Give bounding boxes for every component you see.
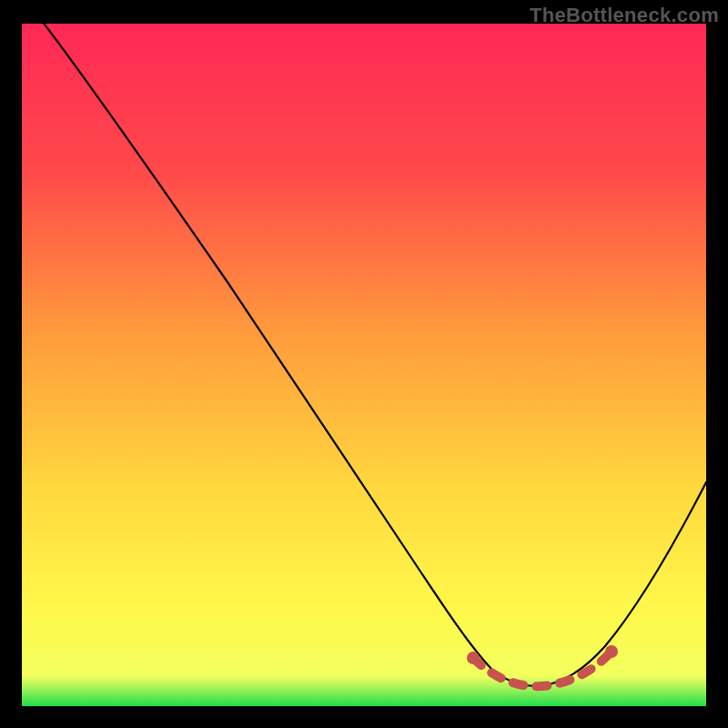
watermark-text: TheBottleneck.com [530, 4, 719, 27]
plot-svg [0, 0, 728, 728]
plot-background-gradient [22, 24, 706, 706]
svg-point-2 [605, 645, 618, 658]
svg-point-1 [467, 652, 480, 664]
